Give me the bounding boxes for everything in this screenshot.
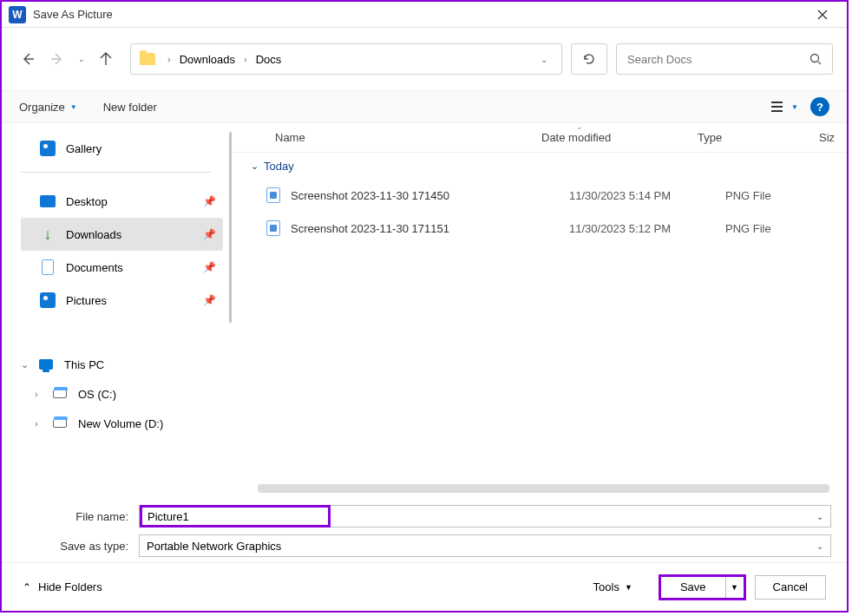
file-list-pane: Name ⌄Date modified Type Siz ⌄ Today Scr… [232, 123, 847, 493]
sidebar-item-desktop[interactable]: Desktop 📌 [21, 185, 223, 218]
file-name-input[interactable]: Picture1 [140, 505, 331, 528]
chevron-right-icon: › [167, 54, 171, 64]
chevron-right-icon: › [35, 389, 49, 399]
sort-descending-icon: ⌄ [576, 123, 583, 131]
sidebar-item-gallery[interactable]: Gallery [21, 132, 223, 165]
sidebar-item-drive-d[interactable]: › New Volume (D:) [21, 409, 223, 438]
arrow-left-icon [21, 52, 35, 66]
file-name-combobox[interactable]: Picture1 ⌄ [139, 505, 831, 528]
document-icon [42, 259, 54, 275]
chevron-up-icon: ⌃ [23, 581, 31, 593]
save-as-dialog: W Save As Picture ⌄ › Downloads › Docs ⌄… [0, 0, 849, 613]
chevron-right-icon: › [35, 418, 49, 429]
hide-folders-button[interactable]: ⌃ Hide Folders [23, 580, 102, 593]
filename-section: File name: Picture1 ⌄ Save as type: Port… [2, 493, 847, 562]
close-button[interactable] [805, 2, 840, 28]
drive-icon [53, 419, 67, 428]
pin-icon: 📌 [203, 195, 216, 207]
file-row[interactable]: Screenshot 2023-11-30 171151 11/30/2023 … [232, 212, 847, 245]
save-as-type-combobox[interactable]: Portable Network Graphics ⌄ [139, 534, 831, 557]
address-bar[interactable]: › Downloads › Docs ⌄ [130, 43, 562, 75]
save-dropdown[interactable]: ▼ [726, 577, 744, 598]
list-view-icon [770, 101, 786, 113]
new-folder-button[interactable]: New folder [103, 101, 157, 114]
chevron-down-icon: ⌄ [816, 541, 823, 551]
svg-point-0 [811, 55, 819, 62]
sidebar-item-pictures[interactable]: Pictures 📌 [21, 284, 223, 317]
arrow-right-icon [50, 52, 64, 66]
file-name-label: File name: [17, 510, 139, 523]
cancel-button[interactable]: Cancel [755, 575, 826, 600]
chevron-down-icon: ⌄ [21, 359, 35, 370]
image-file-icon [266, 220, 280, 236]
column-type[interactable]: Type [698, 131, 819, 144]
file-row[interactable]: Screenshot 2023-11-30 171450 11/30/2023 … [232, 179, 847, 212]
breadcrumb-downloads[interactable]: Downloads [180, 53, 235, 66]
pin-icon: 📌 [203, 294, 216, 306]
dialog-title: Save As Picture [33, 8, 113, 21]
desktop-icon [40, 195, 56, 207]
folder-icon [140, 53, 155, 65]
search-box[interactable]: Search Docs [616, 43, 833, 75]
gallery-icon [40, 141, 56, 156]
horizontal-scrollbar[interactable] [258, 484, 829, 493]
navigation-row: ⌄ › Downloads › Docs ⌄ Search Docs [2, 28, 847, 90]
close-icon [817, 10, 828, 20]
download-icon: ↓ [44, 226, 52, 244]
sidebar-item-this-pc[interactable]: ⌄ This PC [21, 350, 223, 379]
help-button[interactable]: ? [810, 97, 829, 116]
sidebar-item-drive-c[interactable]: › OS (C:) [21, 379, 223, 409]
title-bar: W Save As Picture [2, 2, 847, 28]
sidebar-item-downloads[interactable]: ↓ Downloads 📌 [21, 218, 223, 251]
forward-button[interactable] [49, 50, 66, 68]
pictures-icon [40, 292, 56, 308]
pin-icon: 📌 [203, 261, 216, 273]
up-button[interactable] [97, 50, 115, 68]
recent-locations-dropdown[interactable]: ⌄ [78, 55, 85, 63]
refresh-icon [582, 52, 596, 66]
chevron-down-icon: ▼ [791, 103, 798, 111]
navigation-sidebar: Gallery Desktop 📌 ↓ Downloads 📌 Document… [2, 123, 232, 493]
refresh-button[interactable] [571, 43, 607, 75]
organize-dropdown[interactable]: Organize ▼ [19, 101, 77, 114]
word-app-icon: W [9, 6, 26, 23]
chevron-down-icon: ▼ [70, 103, 77, 111]
back-button[interactable] [19, 50, 36, 68]
tools-dropdown[interactable]: Tools [593, 580, 619, 593]
column-date-modified[interactable]: ⌄Date modified [541, 131, 698, 144]
monitor-icon [39, 359, 53, 370]
column-name[interactable]: Name [275, 131, 541, 144]
search-placeholder: Search Docs [627, 53, 691, 66]
save-split-button[interactable]: Save ▼ [659, 574, 746, 600]
chevron-down-icon: ▼ [625, 583, 632, 592]
drive-icon [53, 390, 67, 398]
search-icon [809, 53, 822, 65]
column-headers: Name ⌄Date modified Type Siz [232, 123, 847, 153]
save-as-type-label: Save as type: [17, 540, 139, 553]
pin-icon: 📌 [203, 228, 216, 240]
group-today[interactable]: ⌄ Today [232, 153, 847, 179]
dialog-footer: ⌃ Hide Folders Tools ▼ Save ▼ Cancel [2, 562, 847, 611]
chevron-right-icon: › [244, 54, 247, 64]
sidebar-item-documents[interactable]: Documents 📌 [21, 251, 223, 284]
arrow-up-icon [99, 52, 113, 66]
column-size[interactable]: Siz [819, 131, 847, 144]
breadcrumb-docs[interactable]: Docs [256, 53, 282, 66]
address-history-dropdown[interactable]: ⌄ [535, 55, 553, 64]
save-button[interactable]: Save [661, 577, 726, 598]
chevron-down-icon[interactable]: ⌄ [816, 512, 830, 521]
view-options-dropdown[interactable]: ▼ [770, 101, 798, 113]
chevron-down-icon: ⌄ [251, 161, 259, 172]
image-file-icon [266, 187, 280, 203]
toolbar: Organize ▼ New folder ▼ ? [2, 90, 847, 123]
